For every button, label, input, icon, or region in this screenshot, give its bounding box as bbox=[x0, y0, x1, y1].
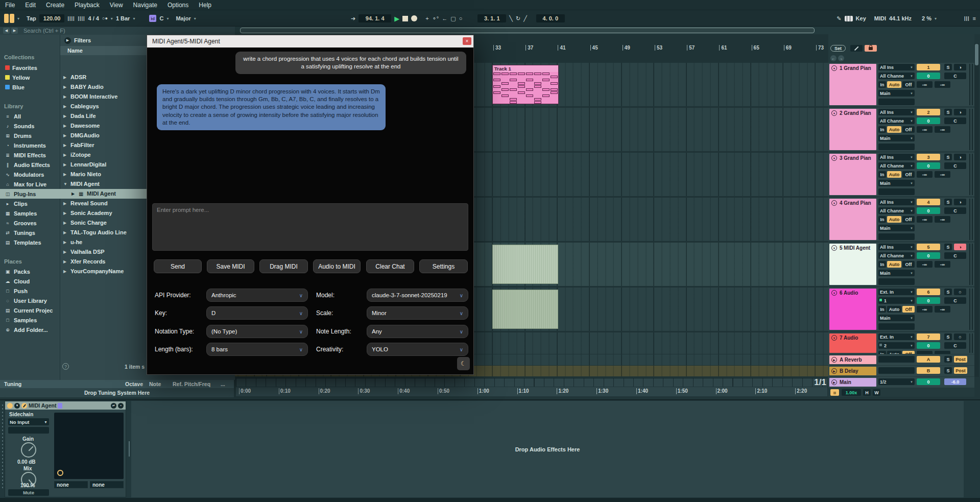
pan-control[interactable]: C bbox=[944, 342, 966, 349]
chevron-right-icon[interactable]: ▶ bbox=[63, 247, 66, 257]
monitor-in-button[interactable]: In bbox=[878, 126, 886, 133]
audio-to-midi-button[interactable]: Audio to MIDI bbox=[313, 259, 361, 273]
chevron-right-icon[interactable]: ▶ bbox=[63, 228, 66, 237]
key-mapping-button[interactable]: Key bbox=[856, 15, 866, 21]
track-name[interactable]: ▾1 Grand Pian bbox=[829, 64, 876, 105]
length-bars-select[interactable]: 8 bars∨ bbox=[206, 343, 308, 356]
pan-control[interactable]: C bbox=[944, 297, 966, 304]
play-icon[interactable]: ▶ bbox=[831, 379, 837, 385]
track-io-extra[interactable] bbox=[878, 188, 915, 195]
output-select[interactable]: Main▼ bbox=[878, 135, 915, 141]
menu-options[interactable]: Options bbox=[162, 2, 194, 9]
forward-icon[interactable]: ▶ bbox=[11, 28, 18, 34]
sends-value[interactable]: 0 bbox=[917, 342, 940, 349]
collapse-icon[interactable]: ▾ bbox=[831, 245, 837, 251]
gain-knob[interactable] bbox=[21, 442, 36, 458]
tempo-field[interactable]: 120.00 bbox=[39, 14, 65, 22]
new-icon[interactable]: + bbox=[425, 15, 428, 21]
sidebar-item-sounds[interactable]: ♪Sounds bbox=[0, 121, 60, 131]
collapse-icon[interactable]: ▾ bbox=[831, 335, 837, 341]
arrangement-position-field[interactable]: 94. 1. 4 bbox=[358, 14, 391, 22]
volume-left[interactable]: -∞ bbox=[917, 351, 933, 354]
sidebar-item-blue[interactable]: Blue bbox=[0, 82, 60, 92]
audio-effects-drop-zone[interactable]: Drop Audio Effects Here bbox=[131, 401, 964, 497]
chevron-down-icon[interactable]: ▼ bbox=[63, 179, 67, 189]
chevron-right-icon[interactable]: ▶ bbox=[63, 82, 66, 92]
sends-value[interactable]: 0 bbox=[917, 252, 940, 259]
track-number[interactable]: 4 bbox=[917, 199, 940, 205]
track-number[interactable]: 5 bbox=[917, 244, 940, 250]
monitor-off-button[interactable]: Off bbox=[902, 261, 915, 268]
track-header-2-grand-pian[interactable]: ▾2 Grand PianAll Ins▼All Channe▼InAutoOf… bbox=[828, 108, 974, 151]
track-name[interactable]: ▶A Reverb bbox=[829, 355, 876, 364]
nudge-up-icon[interactable]: |||| bbox=[78, 16, 85, 21]
monitor-off-button[interactable]: Off bbox=[902, 306, 915, 313]
sends-value[interactable]: 0 bbox=[917, 378, 940, 385]
sidebar-item-cloud[interactable]: ☁Cloud bbox=[0, 276, 60, 286]
clip-region[interactable] bbox=[492, 245, 558, 284]
monitor-in-button[interactable]: In bbox=[878, 306, 886, 313]
mute-button[interactable]: Mute bbox=[8, 489, 49, 496]
prev-track-icon[interactable]: ← bbox=[830, 55, 836, 61]
nudge-down-icon[interactable]: |||| bbox=[67, 16, 75, 21]
menu-navigate[interactable]: Navigate bbox=[128, 2, 162, 9]
overview-toggle-icon[interactable]: ≡ bbox=[973, 15, 976, 21]
time-signature-field[interactable]: 4 / 4 bbox=[88, 15, 99, 21]
next-track-icon[interactable]: → bbox=[838, 55, 844, 61]
sidebar-item-favorites[interactable]: Favorites bbox=[0, 63, 60, 73]
chevron-right-icon[interactable]: ▶ bbox=[63, 121, 66, 131]
track-name[interactable]: ▾7 Audio bbox=[829, 333, 876, 353]
track-name[interactable]: ▾6 Audio bbox=[829, 289, 876, 330]
api-provider-select[interactable]: Anthropic∨ bbox=[206, 289, 308, 302]
output-select[interactable]: Main▼ bbox=[878, 225, 915, 231]
device-fold-icon[interactable]: ▼ bbox=[14, 403, 20, 409]
chevron-right-icon[interactable]: ▶ bbox=[63, 199, 66, 208]
main-output-select[interactable]: 1/2▼ bbox=[878, 378, 915, 385]
chevron-right-icon[interactable]: ▶ bbox=[63, 102, 66, 111]
drag-midi-button[interactable]: Drag MIDI bbox=[259, 259, 308, 273]
chevron-down-icon[interactable]: ▾ bbox=[166, 16, 169, 21]
automation-arm-icon[interactable]: ⚬° bbox=[432, 15, 439, 22]
chevron-right-icon[interactable]: ▶ bbox=[63, 150, 66, 160]
sidebar-item-current-projec[interactable]: ▤Current Projec bbox=[0, 305, 60, 315]
capture-midi-icon[interactable]: ▢ bbox=[450, 15, 456, 22]
punch-out-icon[interactable]: ╱ bbox=[523, 15, 527, 22]
tuning-octave-label[interactable]: Octave bbox=[125, 381, 143, 387]
volume-right[interactable]: -∞ bbox=[935, 216, 950, 223]
collapse-icon[interactable]: ▾ bbox=[831, 200, 837, 206]
input-channel-select[interactable]: All Channe▼ bbox=[878, 252, 915, 259]
output-select[interactable]: Main▼ bbox=[878, 180, 915, 186]
monitor-off-button[interactable]: Off bbox=[902, 126, 915, 133]
volume-left[interactable]: -∞ bbox=[917, 261, 933, 268]
track-io-extra[interactable] bbox=[878, 278, 915, 285]
sidebar-item-user-library[interactable]: ◌User Library bbox=[0, 296, 60, 305]
sidebar-item-add-folder[interactable]: ⊕Add Folder... bbox=[0, 325, 60, 334]
sidebar-item-templates[interactable]: ▤Templates bbox=[0, 237, 60, 247]
close-icon[interactable]: × bbox=[463, 37, 471, 45]
chevron-down-icon[interactable]: ▾ bbox=[133, 16, 135, 21]
sends-value[interactable]: 0 bbox=[917, 297, 940, 304]
input-channel-select[interactable]: All Channe▼ bbox=[878, 207, 915, 214]
search-input[interactable] bbox=[22, 27, 145, 34]
chevron-right-icon[interactable]: ▶ bbox=[63, 140, 66, 150]
clip-region[interactable] bbox=[492, 290, 558, 329]
sidebar-item-drums[interactable]: ⊞Drums bbox=[0, 131, 60, 140]
sidechain-input-select[interactable]: No Input▼ bbox=[8, 418, 49, 425]
follow-icon[interactable]: ➔ bbox=[351, 15, 355, 22]
chevron-right-icon[interactable]: ▶ bbox=[63, 218, 66, 228]
volume-right[interactable]: -∞ bbox=[935, 126, 950, 133]
solo-button[interactable]: S bbox=[944, 154, 952, 160]
tuning-more-button[interactable]: ... bbox=[221, 381, 225, 387]
back-to-arrangement-icon[interactable]: ← bbox=[442, 15, 447, 21]
return-track-header-a-reverb[interactable]: ▶A ReverbASPost bbox=[828, 354, 974, 365]
play-icon[interactable]: ▶ bbox=[831, 357, 837, 363]
track-name[interactable]: ▶Main bbox=[829, 378, 876, 387]
sidebar-item-instruments[interactable]: ◔Instruments bbox=[0, 140, 60, 150]
track-number[interactable]: 2 bbox=[917, 109, 940, 115]
sidebar-item-grooves[interactable]: ≈Grooves bbox=[0, 218, 60, 228]
track-name[interactable]: ▾4 Grand Pian bbox=[829, 199, 876, 240]
notation-type-select[interactable]: (No Type)∨ bbox=[206, 325, 308, 338]
menu-edit[interactable]: Edit bbox=[20, 2, 41, 9]
track-header-1-grand-pian[interactable]: ▾1 Grand PianAll Ins▼All Channe▼InAutoOf… bbox=[828, 63, 974, 106]
root-note-menu[interactable]: C bbox=[159, 15, 163, 21]
